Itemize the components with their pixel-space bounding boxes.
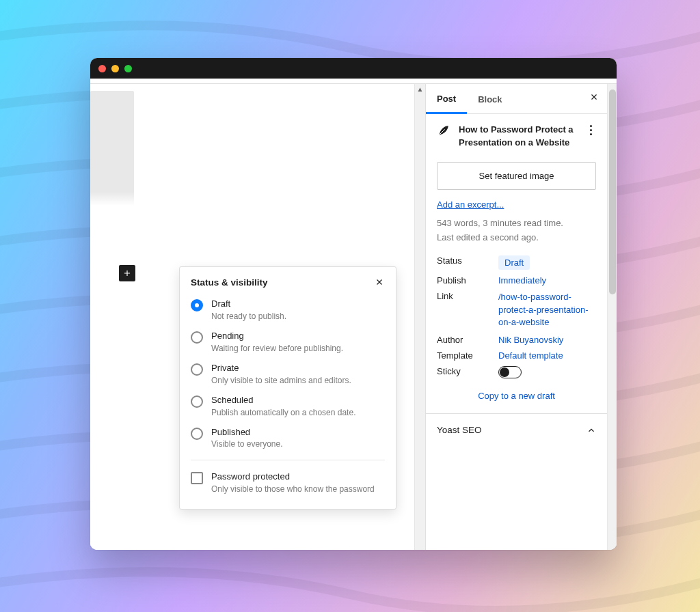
option-desc: Only visible to site admins and editors.	[211, 376, 351, 385]
window-zoom-icon[interactable]	[124, 65, 132, 72]
add-excerpt-link[interactable]: Add an excerpt...	[437, 199, 504, 210]
status-label: Status	[437, 255, 490, 270]
sticky-label: Sticky	[437, 366, 490, 378]
option-label: Pending	[211, 331, 343, 342]
window-minimize-icon[interactable]	[111, 65, 119, 72]
sidebar-scrollbar[interactable]	[607, 84, 617, 550]
popover-title: Status & visibility	[191, 277, 268, 288]
sticky-toggle[interactable]	[498, 366, 522, 378]
tab-post[interactable]: Post	[426, 84, 467, 114]
status-option-private[interactable]: Private Only visible to site admins and …	[180, 359, 396, 391]
settings-sidebar: Post Block How to Password Protect a Pre…	[425, 84, 617, 550]
image-block-placeholder[interactable]	[90, 91, 134, 207]
toolbar-stub	[90, 79, 617, 84]
option-desc: Only visible to those who know the passw…	[211, 484, 375, 494]
template-value[interactable]: Default template	[498, 350, 563, 361]
option-desc: Visible to everyone.	[211, 439, 283, 449]
post-title: How to Password Protect a Presentation o…	[459, 124, 577, 150]
radio-icon	[191, 428, 203, 440]
set-featured-image-button[interactable]: Set featured image	[437, 162, 596, 190]
add-block-button[interactable]	[119, 265, 135, 281]
author-value[interactable]: Nik Buyanovskiy	[498, 335, 563, 345]
publish-label: Publish	[437, 275, 490, 286]
tab-block[interactable]: Block	[467, 85, 513, 113]
scroll-up-icon: ▲	[417, 84, 424, 94]
radio-icon	[191, 299, 203, 311]
scrollbar-thumb[interactable]	[609, 89, 616, 294]
copy-to-new-draft-link[interactable]: Copy to a new draft	[478, 391, 555, 401]
option-label: Password protected	[211, 471, 375, 483]
window-close-icon[interactable]	[98, 65, 106, 72]
author-label: Author	[437, 335, 490, 345]
sidebar-close-button[interactable]	[589, 92, 599, 104]
publish-value[interactable]: Immediately	[498, 275, 546, 286]
option-label: Scheduled	[211, 395, 355, 406]
radio-icon	[191, 331, 203, 344]
plus-icon	[122, 268, 132, 278]
option-desc: Publish automatically on a chosen date.	[211, 408, 355, 417]
option-desc: Waiting for review before publishing.	[211, 344, 343, 353]
checkbox-icon	[191, 472, 203, 484]
chevron-up-icon	[587, 426, 596, 435]
close-icon	[375, 277, 384, 287]
app-window: Status & visibility Draft Not ready to p…	[90, 58, 617, 550]
radio-icon	[191, 363, 203, 376]
status-option-scheduled[interactable]: Scheduled Publish automatically on a cho…	[180, 391, 396, 423]
status-option-pending[interactable]: Pending Waiting for review before publis…	[180, 326, 396, 359]
radio-icon	[191, 395, 203, 408]
last-edited-text: Last edited a second ago.	[426, 231, 607, 246]
panel-label: Yoast SEO	[437, 425, 482, 435]
word-count-text: 543 words, 3 minutes read time.	[426, 211, 607, 232]
post-actions-menu[interactable]	[585, 124, 596, 135]
template-label: Template	[437, 350, 490, 361]
link-label: Link	[437, 291, 490, 330]
window-titlebar	[90, 58, 617, 79]
sidebar-tabs: Post Block	[426, 84, 607, 114]
editor-canvas[interactable]: Status & visibility Draft Not ready to p…	[90, 84, 414, 550]
option-label: Published	[211, 427, 283, 439]
popover-close-button[interactable]	[374, 277, 385, 288]
feather-icon	[437, 124, 450, 137]
option-label: Private	[211, 363, 351, 374]
status-value[interactable]: Draft	[498, 255, 530, 270]
status-option-draft[interactable]: Draft Not ready to publish.	[180, 294, 396, 326]
option-desc: Not ready to publish.	[211, 311, 286, 321]
close-icon	[589, 92, 599, 102]
yoast-seo-panel-toggle[interactable]: Yoast SEO	[426, 414, 607, 446]
canvas-scrollbar[interactable]: ▲	[414, 84, 425, 550]
status-option-published[interactable]: Published Visible to everyone.	[180, 423, 396, 455]
password-protected-option[interactable]: Password protected Only visible to those…	[180, 467, 396, 499]
status-visibility-popover: Status & visibility Draft Not ready to p…	[179, 266, 396, 510]
option-label: Draft	[211, 298, 286, 310]
divider	[191, 460, 385, 460]
link-value[interactable]: /how-to-password-protect-a-presentation-…	[498, 292, 589, 328]
